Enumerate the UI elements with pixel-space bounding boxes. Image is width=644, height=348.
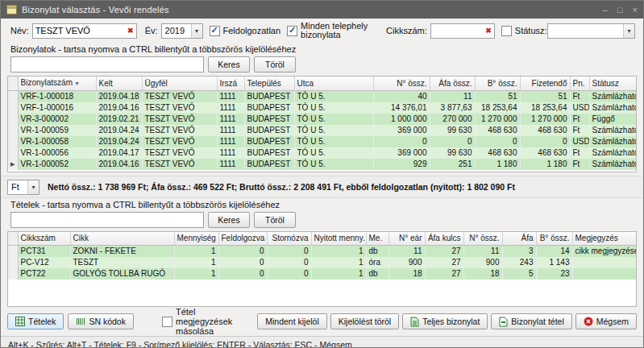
item-number-input[interactable] — [431, 24, 483, 38]
column-header[interactable]: Feldolgozva — [218, 232, 267, 246]
column-header[interactable]: Stornózva — [267, 232, 311, 246]
grid-cell[interactable]: 11 — [388, 246, 425, 258]
column-header[interactable]: Áfa — [502, 232, 536, 246]
grid-row[interactable]: VR-1-0000582019.04.24TESZT VEVŐ1111BUDAP… — [8, 136, 637, 147]
column-header[interactable]: Megjegyzés — [572, 232, 637, 246]
grid-cell[interactable]: 0 — [218, 246, 267, 258]
column-header[interactable]: Nyitott menny. — [311, 232, 366, 246]
grid-cell[interactable]: BUDAPEST — [244, 114, 294, 125]
grid-cell[interactable]: db — [366, 246, 388, 258]
grid-cell[interactable]: GOLYÓS TOLLBA RUGÓ — [70, 268, 174, 280]
column-header[interactable]: Pn. — [570, 77, 589, 91]
grid-cell[interactable]: Számlázható — [589, 136, 637, 147]
grid-cell[interactable]: 369 000 — [373, 147, 430, 159]
maximize-icon[interactable]: □ — [617, 6, 623, 14]
titlebar[interactable]: Bizonylat választás - Vevői rendelés – □… — [1, 1, 643, 19]
column-header[interactable]: Irszá — [217, 77, 244, 91]
column-header[interactable]: Státusz — [589, 77, 637, 91]
grid-cell[interactable]: TESZT VEVŐ — [142, 91, 217, 103]
currency-combo[interactable]: Ft ▾ — [7, 180, 39, 195]
documents-clear-button[interactable]: Töröl — [254, 56, 296, 72]
grid-cell[interactable]: Számlázható — [589, 159, 637, 170]
grid-cell[interactable]: TESZT — [70, 257, 174, 268]
grid-cell[interactable]: VR-3-000002 — [18, 114, 96, 125]
column-header[interactable]: Település — [244, 77, 294, 91]
grid-row[interactable]: PC-V12TESZT1001óra900279002431 143 — [8, 257, 637, 268]
grid-cell[interactable]: Számlázható — [589, 125, 637, 136]
grid-cell[interactable]: 369 000 — [373, 125, 430, 136]
grid-cell[interactable]: 929 — [373, 159, 430, 170]
grid-cell[interactable]: 14 — [536, 246, 572, 258]
grid-cell[interactable]: 27 — [425, 246, 463, 258]
column-header[interactable]: N° össz. — [373, 77, 430, 91]
grid-cell[interactable]: 468 630 — [475, 125, 520, 136]
grid-cell[interactable]: db — [366, 268, 388, 280]
status-checkbox[interactable]: Státusz: — [501, 26, 547, 36]
row-indicator[interactable] — [8, 114, 18, 125]
column-header[interactable]: Me. — [366, 232, 388, 246]
grid-cell[interactable]: BUDAPEST — [244, 91, 294, 103]
grid-cell[interactable]: VRF-1-000016 — [18, 102, 96, 114]
row-indicator[interactable] — [8, 91, 18, 103]
column-header[interactable]: Cikk — [70, 232, 174, 246]
grid-cell[interactable]: ZOKNI - FEKETE — [70, 246, 174, 258]
grid-cell[interactable]: TÓ U 5. — [294, 136, 373, 147]
grid-cell[interactable]: 0 — [267, 246, 311, 258]
grid-cell[interactable]: 0 — [520, 136, 570, 147]
column-header[interactable]: Cikkszám — [18, 232, 70, 246]
grid-cell[interactable]: 1111 — [217, 125, 244, 136]
grid-cell[interactable]: 51 — [475, 91, 520, 103]
grid-cell[interactable]: 1111 — [217, 147, 244, 159]
grid-cell[interactable]: TÓ U 5. — [294, 147, 373, 159]
grid-cell[interactable] — [572, 268, 637, 280]
grid-cell[interactable]: cikk megjegyzése — [572, 246, 637, 258]
grid-cell[interactable]: 0 — [475, 136, 520, 147]
grid-cell[interactable]: 468 630 — [475, 147, 520, 159]
grid-row[interactable]: ▶VR-1-0000522019.04.16TESZT VEVŐ1111BUDA… — [8, 159, 637, 170]
document-item-button[interactable]: Bizonylat tétel — [491, 313, 571, 329]
grid-cell[interactable]: Ft — [570, 114, 589, 125]
grid-cell[interactable]: Számlázható — [589, 102, 637, 114]
cancel-button[interactable]: Mégsem — [575, 313, 637, 329]
grid-cell[interactable]: Függő — [589, 114, 637, 125]
grid-cell[interactable]: 1 — [174, 268, 218, 280]
column-header[interactable]: Áfa össz. — [430, 77, 475, 91]
row-indicator[interactable] — [8, 246, 18, 258]
grid-cell[interactable]: TÓ U 5. — [294, 102, 373, 114]
grid-cell[interactable]: 243 — [502, 257, 536, 268]
grid-cell[interactable]: 40 — [373, 91, 430, 103]
grid-cell[interactable]: 14 376,01 — [373, 102, 430, 114]
grid-cell[interactable]: 2019.04.18 — [96, 91, 142, 103]
column-header[interactable]: Kelt — [96, 77, 142, 91]
grid-cell[interactable]: TESZT VEVŐ — [142, 159, 217, 170]
grid-row[interactable]: VR-3-0000022019.02.21TESZT VEVŐ1111BUDAP… — [8, 114, 637, 125]
grid-cell[interactable]: TESZT VEVŐ — [142, 147, 217, 159]
grid-cell[interactable]: 468 630 — [520, 125, 570, 136]
grid-cell[interactable]: 1111 — [217, 159, 244, 170]
unprocessed-checkbox[interactable]: Feldolgozatlan — [210, 26, 281, 36]
row-indicator[interactable] — [8, 102, 18, 114]
grid-cell[interactable]: 0 — [267, 268, 311, 280]
grid-cell[interactable]: 2019.04.17 — [96, 147, 142, 159]
grid-cell[interactable]: TESZT VEVŐ — [142, 125, 217, 136]
grid-cell[interactable]: 5 — [502, 268, 536, 280]
column-header[interactable]: B° össz. — [475, 77, 520, 91]
grid-cell[interactable]: VR-1-000058 — [18, 136, 96, 147]
sn-codes-button[interactable]: SN kódok — [68, 313, 134, 329]
items-search-input[interactable] — [11, 213, 203, 227]
grid-cell[interactable]: 0 — [218, 268, 267, 280]
grid-cell[interactable]: TÓ U 5. — [294, 91, 373, 103]
full-document-button[interactable]: Teljes bizonylat — [402, 313, 488, 329]
copy-notes-checkbox[interactable]: Tétel megjegyzések másolása — [162, 307, 253, 336]
grid-cell[interactable]: 1 — [174, 246, 218, 258]
row-indicator[interactable]: ▶ — [8, 159, 18, 170]
grid-cell[interactable]: 3 — [502, 246, 536, 258]
grid-cell[interactable]: 1 270 000 — [520, 114, 570, 125]
grid-cell[interactable]: VR-1-000056 — [18, 147, 96, 159]
grid-cell[interactable]: VR-1-000052 — [18, 159, 96, 170]
grid-cell[interactable]: 3 877,63 — [430, 102, 475, 114]
items-clear-button[interactable]: Töröl — [254, 212, 296, 228]
grid-cell[interactable]: 2019.02.21 — [96, 114, 142, 125]
clear-selection-button[interactable]: Kijelölést töröl — [330, 313, 399, 329]
grid-cell[interactable] — [572, 257, 637, 268]
